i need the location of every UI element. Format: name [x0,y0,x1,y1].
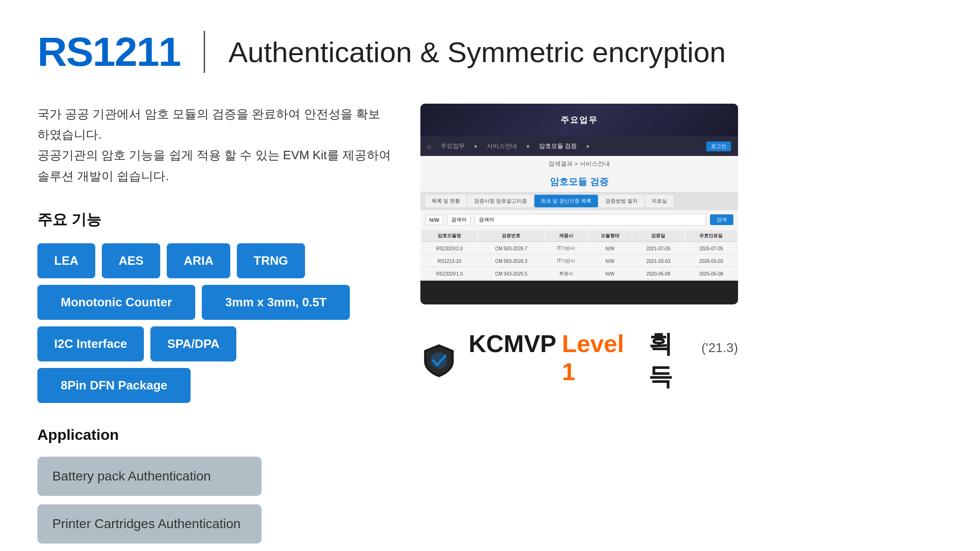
nav-home-icon: ⌂ [427,143,431,150]
table-cell-0-3: N/W [588,243,632,254]
table-cell-2-2: 회원사 [545,268,588,280]
table-cell-0-4: 2021-07-05 [632,243,684,254]
feature-btn-size: 3mm x 3mm, 0.5T [202,285,350,320]
table-cell-0-0: RS2332V2.0 [421,243,477,254]
feature-btn-lea: LEA [37,243,95,278]
screenshot-page-title: 암호모듈 검증 [420,172,738,192]
description-line2: 공공기관의 암호 기능을 쉽게 적용 할 수 있는 EVM Kit를 제공하여 … [37,145,392,186]
screenshot-tabs: 목록 및 현황 검증사항 암호알고리즘 최초 및 갱신인증 목록 검증방법 절차… [420,192,738,210]
left-panel: 국가 공공 기관에서 암호 모듈의 검증을 완료하여 안전성을 확보 하였습니다… [37,104,392,551]
right-panel: 주요업무 ⌂ 주요업무 ▾ 서비스안내 ▾ 암호모듈 검증 ▾ 로그인 검색결과… [420,104,738,551]
feature-btn-monotonic: Monotonic Counter [37,285,195,320]
filter-select-1: N/W [425,215,443,225]
table-header-3: 모듈형태 [588,230,632,242]
description-line1: 국가 공공 기관에서 암호 모듈의 검증을 완료하여 안전성을 확보 하였습니다… [37,104,392,145]
table-cell-2-0: RS2332V1.0 [421,268,477,280]
kcmvp-label: KCMVP [469,330,556,358]
table-cell-1-4: 2021-03-03 [632,255,684,267]
screenshot-breadcrumb: 검색결과 > 서비스안내 [420,156,738,172]
nav-item-3: 암호모듈 검증 [539,142,577,150]
table-cell-2-1: CM 343-2025.5 [478,268,544,280]
header-divider [204,31,205,73]
s-tab-5: 자료실 [645,195,674,207]
s-tab-1: 목록 및 현황 [425,195,467,207]
table-cell-1-3: N/W [588,255,632,267]
table-cell-0-5: 2026-07-05 [685,243,737,254]
s-tab-2: 검증사항 암호알고리즘 [468,195,533,207]
product-code: RS1211 [37,28,180,76]
table-header-5: 유효만료일 [685,230,737,242]
screenshot-header-text: 주요업무 [561,114,598,126]
kcmvp-level: Level 1 [562,330,643,386]
nav-item-1: 주요업무 [440,142,465,150]
shield-icon [420,342,457,379]
nav-separator-1: ▾ [474,143,477,150]
feature-btn-aria: ARIA [167,243,230,278]
kcmvp-year: ('21.3) [702,340,739,355]
nav-separator-3: ▾ [586,143,589,150]
screenshot-navbar: ⌂ 주요업무 ▾ 서비스안내 ▾ 암호모듈 검증 ▾ 로그인 [420,136,738,156]
feature-buttons: LEA AES ARIA TRNG Monotonic Counter 3mm … [37,243,392,403]
table-cell-2-3: N/W [588,268,632,280]
kcmvp-text: KCMVP Level 1 획득 ('21.3) [469,328,738,393]
table-header-4: 검증일 [632,230,684,242]
nav-action-btn: 로그인 [706,141,731,151]
description: 국가 공공 기관에서 암호 모듈의 검증을 완료하여 안전성을 확보 하였습니다… [37,104,392,186]
table-cell-2-4: 2020-05-08 [632,268,684,280]
main-content: 국가 공공 기관에서 암호 모듈의 검증을 완료하여 안전성을 확보 하였습니다… [37,104,943,551]
screenshot-image-header: 주요업무 [420,104,738,136]
s-tab-4: 검증방법 절차 [599,195,644,207]
table-header-1: 검증번호 [478,230,544,242]
table-cell-1-2: IT기반시 [545,255,588,267]
nav-separator-2: ▾ [526,143,530,150]
feature-btn-i2c: I2C Interface [37,326,144,361]
screenshot-table: 암호모듈명 검증번호 제품사 모듈형태 검증일 유효만료일 RS2332V2.0… [420,229,738,281]
table-header-0: 암호모듈명 [421,230,477,242]
kcmvp-acquire: 획득 [648,328,696,393]
filter-search-btn: 검색 [710,214,733,225]
table-cell-1-1: CM 583-2026.3 [478,255,544,267]
feature-btn-dfn: 8Pin DFN Package [37,368,191,403]
feature-btn-aes: AES [102,243,160,278]
table-header-2: 제품사 [545,230,588,242]
table-cell-0-2: IT기반시 [545,243,588,254]
s-tab-3: 최초 및 갱신인증 목록 [534,195,598,207]
application-title: Application [37,426,392,444]
features-title: 주요 기능 [37,210,392,230]
screenshot-window: 주요업무 ⌂ 주요업무 ▾ 서비스안내 ▾ 암호모듈 검증 ▾ 로그인 검색결과… [420,104,738,304]
table-cell-0-1: CM 583-2026.7 [478,243,544,254]
app-item-printer: Printer Cartridges Authentication [37,504,262,544]
filter-input: 검색어 [475,214,706,226]
table-cell-1-5: 2026-03-03 [685,255,737,267]
header-subtitle: Authentication & Symmetric encryption [228,35,726,69]
page-header: RS1211 Authentication & Symmetric encryp… [37,28,943,76]
feature-btn-trng: TRNG [237,243,305,278]
screenshot-filter: N/W 검색어 검색어 검색 [420,210,738,229]
app-item-battery: Battery pack Authentication [37,457,262,496]
table-cell-2-5: 2025-05-08 [685,268,737,280]
table-cell-1-0: RS1213-10 [421,255,477,267]
feature-btn-spa: SPA/DPA [150,326,236,361]
filter-select-2: 검색어 [447,214,471,226]
nav-item-2: 서비스안내 [487,142,517,150]
kcmvp-badge: KCMVP Level 1 획득 ('21.3) [420,328,738,393]
application-items: Battery pack Authentication Printer Cart… [37,457,392,551]
